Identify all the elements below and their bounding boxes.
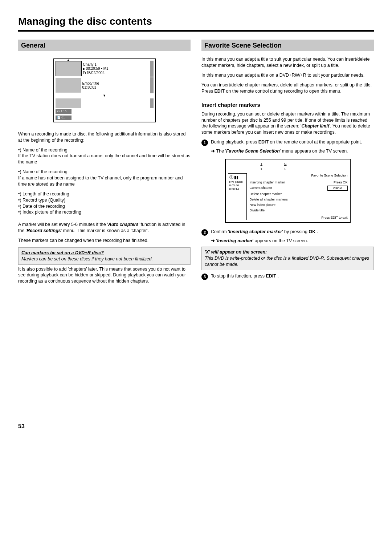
step-2-badge: 2 (201, 229, 208, 236)
osd-side-panel: Ⓢ ▮▮ RW pause 0:03:40 0:00:14 (228, 173, 247, 220)
osd-item: Delete chapter marker (250, 192, 282, 196)
section-favorite: Favorite Scene Selection (201, 40, 374, 51)
note-body: This DVD is write-protected or the disc … (205, 256, 369, 267)
col-T: T (261, 162, 263, 166)
bullet: Date of the recording (18, 203, 191, 210)
note-box-dvd-r: Can markers be set on a DVD+R disc? Mark… (18, 247, 191, 265)
note-title: 'X' will appear on the screen: (205, 249, 371, 255)
bullet: Name of the recording (18, 147, 191, 153)
subheader-insert: Insert chapter markers (201, 101, 374, 109)
osd-item: Divide title (250, 208, 265, 212)
fig1-title1: Charly 1 (83, 62, 148, 67)
step-1-result: The 'Favorite Scene Selection' menu appe… (211, 148, 374, 154)
disc-tag: 📄 01 (56, 115, 72, 120)
intro-text: When a recording is made to disc, the fo… (18, 131, 191, 143)
col-C: C (284, 162, 287, 166)
osd-item: Delete all chapter markers (250, 197, 288, 202)
step-1-text: During playback, press EDIT on the remot… (211, 139, 374, 146)
disc-icon: 📄 (57, 116, 61, 120)
note-box-x: 'X' will appear on the screen: This DVD … (201, 247, 374, 270)
step-2-result: 'Inserting marker' appears on the TV scr… (211, 238, 374, 244)
timer-tag: ⏲ 1:15 (56, 109, 72, 114)
fig1-line1: 00:29:59 • M1 (86, 66, 109, 70)
down-arrow-icon: ▼ (56, 93, 154, 98)
fav-para3: You can insert/delete chapter markers, d… (201, 82, 374, 94)
val-C: 1 (284, 167, 286, 171)
bullet: Length of the recording (18, 191, 191, 197)
note-title: Can markers be set on a DVD+R disc? (21, 250, 187, 256)
osd-item-right: Press OK (334, 180, 348, 185)
thumbnail-2 (56, 78, 81, 93)
markers-change-text: These markers can be changed when the re… (18, 238, 191, 244)
thumbnail-3 (56, 98, 81, 108)
right-column: Favorite Scene Selection In this menu yo… (201, 40, 374, 288)
note-body: Markers can be set on these discs if the… (21, 256, 153, 262)
chapters-later-text: It is also possible to add 'chapters' la… (18, 266, 191, 285)
note-text-2: If a name has not been assigned to the T… (18, 175, 191, 187)
play-icon (83, 66, 86, 70)
osd-item: Inserting chapter marker (250, 180, 285, 185)
disc-menu-figure: Charly 1 00:29:59 • M1 Fr15/02/2004 Empt… (53, 58, 156, 122)
page-number: 53 (18, 422, 374, 430)
page-title: Managing the disc contents (18, 15, 374, 28)
osd-item: Current chapter (250, 186, 273, 191)
capacity-bar-3 (150, 98, 154, 108)
step-3-text: To stop this function, press EDIT . (211, 273, 374, 280)
insert-para: During recording, you can set or delete … (201, 111, 374, 136)
fig1-time2: 01:30:01 (82, 85, 148, 90)
title-rule (18, 30, 374, 32)
step-1-badge: 1 (201, 139, 208, 146)
osd-item-right-boxed: visible (327, 186, 347, 191)
bullet: Name of the recording (18, 169, 191, 175)
fig1-date1: Fr15/02/2004 (83, 71, 148, 75)
note-text-1: If the TV station does not transmit a na… (18, 153, 191, 165)
section-general: General (18, 40, 191, 51)
osd-title: Favorite Scene Selection (250, 173, 348, 178)
capacity-bar-2 (150, 77, 154, 93)
step-3-badge: 3 (201, 273, 208, 280)
thumbnail-1 (56, 61, 82, 76)
osd-exit: Press EDIT to exit (250, 215, 348, 220)
timer-icon: ⏲ (57, 110, 60, 114)
osd-figure: T C 1 1 Ⓢ ▮▮ RW pause 0:03:40 0:00:14 Fa… (225, 159, 351, 223)
fig1-title2: Empty title (82, 81, 148, 86)
capacity-bar-1 (150, 61, 154, 77)
osd-item: New index picture (250, 203, 276, 207)
val-T: 1 (261, 167, 262, 171)
status-icons: Ⓢ ▮▮ (229, 175, 245, 180)
step-2-text: Confirm 'Inserting chapter marker' by pr… (211, 229, 374, 236)
bullet: Index picture of the recording (18, 209, 191, 215)
left-column: General Charly 1 00:29:59 • M1 Fr15/02/2… (18, 40, 191, 288)
auto-chapters-text: A marker will be set every 5-6 minutes i… (18, 222, 191, 234)
bullet: Record type (Quality) (18, 197, 191, 203)
fav-para2: In this menu you can adapt a title on a … (201, 72, 374, 78)
fav-para1: In this menu you can adapt a title to su… (201, 56, 374, 69)
